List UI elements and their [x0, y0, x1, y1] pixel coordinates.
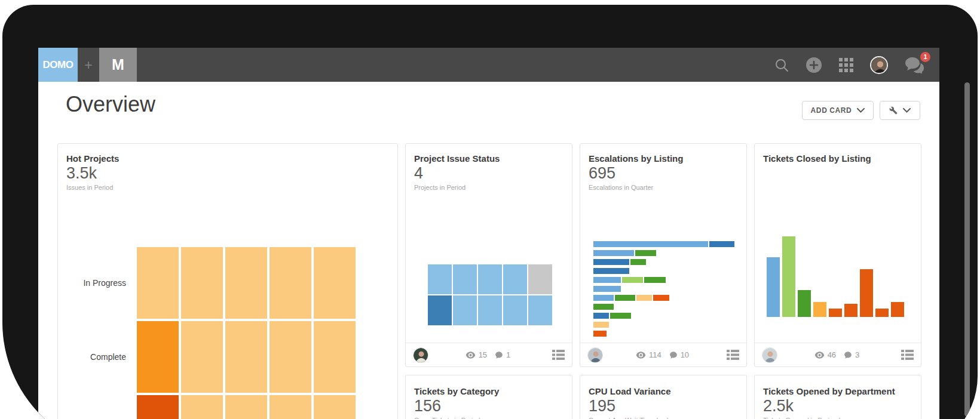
heatmap-cell — [137, 321, 179, 393]
card-tickets-opened-by-department[interactable]: Tickets Opened by Department 2.5k Ticket… — [754, 375, 921, 419]
card-title: Project Issue Status — [414, 153, 564, 164]
comments-count: 1 — [506, 350, 510, 359]
escalations-stacked-bar-chart[interactable] — [593, 241, 736, 340]
add-card-label: ADD CARD — [811, 106, 852, 115]
card-hot-projects[interactable]: Hot Projects 3.5k Issues in Period In Pr… — [57, 143, 398, 419]
workspace-tab[interactable]: M — [99, 48, 137, 82]
bar-segment — [593, 295, 614, 301]
bar-segment — [593, 304, 614, 310]
bar — [813, 302, 826, 317]
search-icon[interactable] — [774, 58, 789, 72]
add-content-icon[interactable] — [806, 57, 822, 73]
heatmap-row-label: Complete — [58, 321, 137, 393]
card-stats: 15 1 — [466, 350, 516, 359]
chevron-down-icon — [857, 108, 865, 113]
heatmap-cell — [181, 321, 223, 393]
bar-segment — [636, 295, 652, 301]
avatar[interactable] — [413, 347, 428, 363]
new-page-tab-button[interactable]: + — [78, 48, 99, 82]
avatar[interactable] — [762, 347, 777, 363]
card-subtitle: Escalations in Quarter — [589, 184, 738, 191]
page-tools-button[interactable] — [880, 101, 920, 120]
card-title: Tickets Opened by Department — [763, 386, 912, 396]
hot-projects-heatmap-chart[interactable]: In ProgressComplete — [58, 247, 358, 419]
grid-cell — [453, 264, 477, 294]
card-cpu-load-variance[interactable]: CPU Load Variance 195 Current Avg Wait T… — [580, 375, 747, 419]
card-title: Escalations by Listing — [589, 153, 738, 164]
heatmap-cell — [225, 395, 267, 419]
bar-segment — [630, 259, 646, 265]
card-tickets-by-category[interactable]: Tickets by Category 156 Open Tickets in … — [405, 375, 572, 419]
tickets-closed-bar-chart[interactable] — [767, 236, 904, 317]
card-project-issue-status[interactable]: Project Issue Status 4 Projects in Perio… — [405, 143, 572, 367]
buzz-chat-icon[interactable]: 1 — [905, 57, 925, 73]
page-title: Overview — [66, 92, 155, 117]
heatmap-cell — [137, 247, 179, 319]
bar-segment — [593, 286, 621, 292]
card-value: 3.5k — [66, 164, 389, 183]
profile-avatar[interactable] — [870, 56, 888, 74]
app-grid-icon[interactable] — [839, 58, 853, 72]
bar-segment — [622, 277, 643, 283]
heatmap-row: Complete — [58, 321, 358, 393]
bar-segment — [593, 241, 708, 247]
comments-icon — [495, 351, 503, 359]
card-footer: 114 10 — [580, 343, 746, 366]
app-screen: DOMO + M — [38, 48, 939, 419]
card-stats: 46 3 — [814, 350, 865, 359]
heatmap-cell — [314, 247, 356, 319]
list-icon[interactable] — [552, 350, 565, 360]
heatmap-cell — [314, 395, 356, 419]
bar — [860, 269, 873, 317]
list-icon[interactable] — [727, 350, 739, 360]
stacked-bar — [593, 277, 736, 283]
bar-segment — [593, 322, 609, 328]
add-card-button[interactable]: ADD CARD — [802, 101, 874, 120]
project-issue-status-grid-chart[interactable] — [428, 264, 553, 326]
stacked-bar — [593, 268, 736, 274]
heatmap-cell — [225, 321, 267, 393]
nav-actions: 1 — [774, 48, 925, 82]
grid-cell — [478, 264, 502, 294]
list-icon[interactable] — [901, 350, 914, 360]
bar-segment — [593, 259, 629, 265]
avatar[interactable] — [587, 347, 603, 363]
wrench-icon — [889, 106, 898, 115]
views-count: 114 — [649, 350, 662, 359]
stacked-bar — [593, 295, 736, 301]
domo-logo-tab[interactable]: DOMO — [38, 48, 78, 82]
stacked-bar — [593, 241, 736, 247]
stacked-bar — [593, 304, 736, 310]
card-subtitle: Tickets Opened in Perioud — [763, 417, 912, 419]
bar-segment — [709, 241, 734, 247]
heatmap-cell — [314, 321, 356, 393]
heatmap-row-label — [58, 395, 137, 419]
bar — [891, 302, 904, 317]
tablet-frame: DOMO + M — [2, 5, 978, 419]
grid-cell — [503, 264, 527, 294]
grid-cell — [453, 295, 477, 325]
card-value: 2.5k — [763, 397, 912, 415]
comments-count: 3 — [855, 350, 859, 359]
views-count: 15 — [479, 350, 487, 359]
card-escalations-by-listing[interactable]: Escalations by Listing 695 Escalations i… — [580, 143, 747, 367]
grid-cell — [528, 295, 552, 325]
bar-segment — [653, 295, 669, 301]
card-tickets-closed-by-listing[interactable]: Tickets Closed by Listing 46 3 — [754, 143, 921, 367]
heatmap-cell — [225, 247, 267, 319]
bar — [844, 304, 858, 317]
stacked-bar — [593, 313, 736, 319]
bar — [798, 290, 811, 317]
bar-segment — [610, 313, 631, 319]
card-footer: 46 3 — [755, 343, 921, 366]
views-icon — [814, 352, 825, 359]
notification-badge: 1 — [920, 52, 930, 62]
grid-row — [428, 264, 553, 294]
heatmap-row-label: In Progress — [58, 247, 137, 319]
bar-segment — [593, 268, 629, 274]
card-subtitle: Projects in Period — [414, 184, 564, 191]
card-subtitle: Issues in Period — [66, 184, 389, 191]
card-title: Hot Projects — [66, 153, 389, 164]
card-title: CPU Load Variance — [589, 386, 738, 396]
heatmap-cell — [270, 321, 311, 393]
